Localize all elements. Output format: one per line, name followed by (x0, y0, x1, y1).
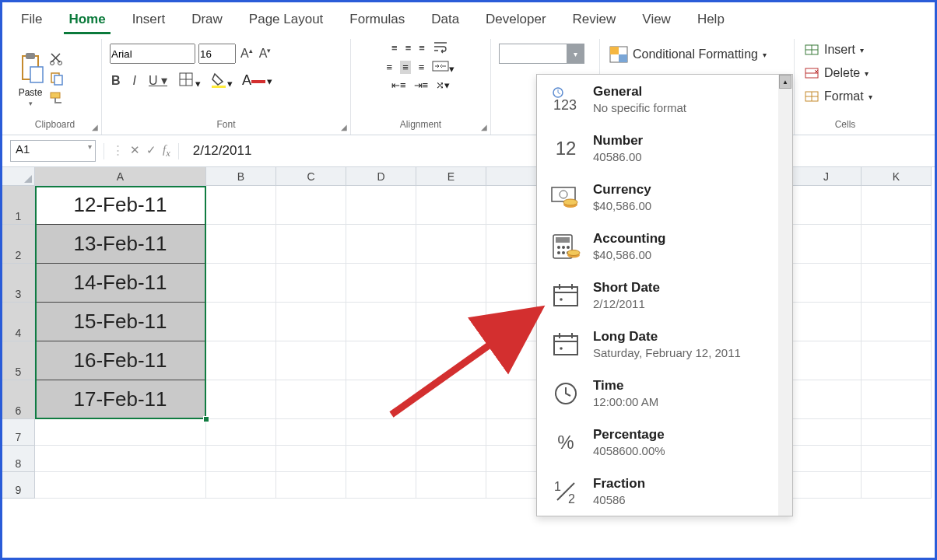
copy-icon[interactable] (49, 71, 65, 87)
number-format-option-short-date[interactable]: Short Date2/12/2011 (537, 271, 792, 320)
cell-C6[interactable] (276, 380, 346, 419)
cell-J2[interactable] (791, 225, 862, 264)
tab-help[interactable]: Help (693, 9, 729, 34)
align-bottom-icon[interactable]: ≡ (419, 42, 425, 54)
align-top-icon[interactable]: ≡ (391, 42, 398, 54)
row-header-2[interactable]: 2 (2, 225, 35, 264)
decrease-font-icon[interactable]: A▾ (258, 45, 273, 62)
tab-review[interactable]: Review (568, 9, 621, 34)
cell-D1[interactable] (346, 186, 416, 225)
cell-A9[interactable] (35, 472, 206, 499)
delete-cells-button[interactable]: Delete▾ (802, 64, 870, 82)
tab-view[interactable]: View (637, 9, 676, 34)
tab-insert[interactable]: Insert (128, 9, 170, 34)
row-header-3[interactable]: 3 (2, 264, 35, 303)
cell-E6[interactable] (416, 380, 486, 419)
cell-A4[interactable]: 15-Feb-11 (35, 303, 206, 341)
cell-B6[interactable] (206, 380, 276, 419)
col-header-C[interactable]: C (276, 167, 346, 186)
number-format-option-currency[interactable]: Currency$40,586.00 (537, 173, 792, 222)
row-header-5[interactable]: 5 (2, 341, 35, 380)
cell-J6[interactable] (791, 380, 862, 419)
font-name-select[interactable] (110, 44, 195, 64)
tab-formulas[interactable]: Formulas (345, 9, 409, 34)
number-format-option-time[interactable]: Time12:00:00 AM (537, 369, 792, 418)
cell-C5[interactable] (276, 341, 346, 380)
col-header-K[interactable]: K (862, 167, 932, 186)
tab-data[interactable]: Data (426, 9, 464, 34)
cut-icon[interactable] (49, 51, 65, 68)
cell-E2[interactable] (416, 225, 486, 264)
borders-button[interactable]: ▾ (178, 72, 201, 89)
cell-C1[interactable] (276, 186, 346, 225)
select-all-corner[interactable] (2, 167, 35, 186)
col-header-B[interactable]: B (206, 167, 276, 186)
format-cells-button[interactable]: Format▾ (802, 87, 874, 106)
cell-J3[interactable] (791, 264, 862, 303)
number-format-option-percentage[interactable]: % Percentage4058600.00% (537, 418, 792, 467)
row-header-8[interactable]: 8 (2, 446, 35, 472)
insert-cells-button[interactable]: Insert▾ (802, 40, 865, 59)
cancel-formula-icon[interactable]: ✕ (130, 143, 140, 159)
cell-K2[interactable] (862, 225, 932, 264)
increase-font-icon[interactable]: A▴ (239, 45, 254, 62)
cell-E4[interactable] (416, 303, 486, 341)
merge-center-icon[interactable]: ▾ (432, 60, 454, 75)
underline-button[interactable]: U ▾ (147, 72, 169, 89)
cell-B1[interactable] (206, 186, 276, 225)
cell-A5[interactable]: 16-Feb-11 (35, 341, 206, 380)
col-header-D[interactable]: D (346, 167, 416, 186)
cell-K5[interactable] (862, 341, 932, 380)
tab-developer[interactable]: Developer (481, 9, 551, 34)
orientation-icon[interactable]: ⤭▾ (436, 79, 450, 91)
worksheet-grid[interactable]: A B C D E J K 1 12-Feb-11 2 13-Feb-11 3 … (2, 167, 935, 499)
number-format-select[interactable]: ▾ (499, 44, 584, 64)
font-size-select[interactable] (198, 44, 236, 64)
row-header-7[interactable]: 7 (2, 419, 35, 446)
tab-pagelayout[interactable]: Page Layout (244, 9, 328, 34)
cell-D5[interactable] (346, 341, 416, 380)
tab-draw[interactable]: Draw (187, 9, 227, 34)
dropdown-scrollbar[interactable]: ▲ (778, 75, 792, 516)
align-left-icon[interactable]: ≡ (387, 61, 393, 73)
font-launcher-icon[interactable]: ◢ (341, 123, 347, 131)
cell-E3[interactable] (416, 264, 486, 303)
cell-D6[interactable] (346, 380, 416, 419)
align-middle-icon[interactable]: ≡ (405, 42, 412, 54)
font-color-button[interactable]: A▾ (242, 72, 272, 89)
alignment-launcher-icon[interactable]: ◢ (481, 123, 487, 131)
row-header-4[interactable]: 4 (2, 303, 35, 341)
tab-file[interactable]: File (16, 9, 47, 34)
accept-formula-icon[interactable]: ✓ (146, 143, 156, 159)
number-format-option-fraction[interactable]: 12 Fraction40586 (537, 467, 792, 516)
cell-A6[interactable]: 17-Feb-11 (35, 380, 206, 419)
cell-D3[interactable] (346, 264, 416, 303)
number-format-option-accounting[interactable]: Accounting $40,586.00 (537, 222, 792, 271)
cell-J5[interactable] (791, 341, 862, 380)
cell-D2[interactable] (346, 225, 416, 264)
cell-A7[interactable] (35, 419, 206, 446)
col-header-J[interactable]: J (791, 167, 862, 186)
align-right-icon[interactable]: ≡ (419, 61, 425, 73)
row-header-1[interactable]: 1 (2, 186, 35, 225)
clipboard-launcher-icon[interactable]: ◢ (92, 123, 98, 131)
cell-A8[interactable] (35, 446, 206, 472)
pending-icon[interactable]: ⋮ (112, 143, 124, 159)
cell-K3[interactable] (862, 264, 932, 303)
cell-E1[interactable] (416, 186, 486, 225)
cell-B5[interactable] (206, 341, 276, 380)
cell-E5[interactable] (416, 341, 486, 380)
row-header-6[interactable]: 6 (2, 380, 35, 419)
row-header-9[interactable]: 9 (2, 472, 35, 499)
increase-indent-icon[interactable]: ⇥≡ (414, 79, 429, 91)
wrap-text-icon[interactable] (433, 40, 450, 55)
cell-B4[interactable] (206, 303, 276, 341)
cell-B2[interactable] (206, 225, 276, 264)
bold-button[interactable]: B (110, 72, 122, 89)
cell-K4[interactable] (862, 303, 932, 341)
fill-handle[interactable] (203, 416, 209, 422)
cell-D4[interactable] (346, 303, 416, 341)
number-format-option-number[interactable]: 12 Number40586.00 (537, 124, 792, 173)
col-header-E[interactable]: E (416, 167, 486, 186)
cell-J4[interactable] (791, 303, 862, 341)
